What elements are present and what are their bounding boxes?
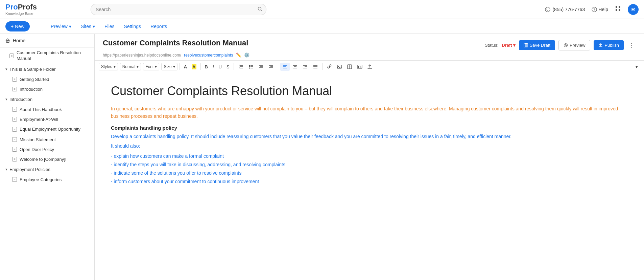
toolbar-image-btn[interactable] [335,63,344,71]
publish-button[interactable]: Publish [594,40,624,50]
sidebar-folder-introduction[interactable]: ▾ Introduction [0,94,94,105]
toolbar-ordered-list-btn[interactable]: 1.2.3. [236,63,245,71]
settings-url-icon[interactable]: ⚙️ [244,52,249,58]
sidebar-item-employment-at-will[interactable]: ≡ Employment-At-Will [0,114,94,124]
toolbar-styles[interactable]: Styles ▾ [99,63,118,70]
doc-icon-welcome: ≡ [12,157,17,161]
toolbar-increase-indent-btn[interactable] [266,63,276,71]
new-button[interactable]: + New [5,21,30,31]
toolbar-bold-btn[interactable]: B [203,63,210,71]
grid-icon[interactable] [615,5,621,13]
toolbar-decrease-indent-btn[interactable] [256,63,266,71]
toolbar-justify-btn[interactable] [311,63,320,71]
bold-icon: B [205,64,208,69]
sidebar-item-welcome[interactable]: ≡ Welcome to [Company]! [0,154,94,164]
toolbar-code-btn[interactable] [355,63,364,71]
help-link[interactable]: ? Help [592,7,608,12]
sidebar-item-employee-categories[interactable]: ≡ Employee Categories [0,175,94,185]
svg-rect-47 [337,65,341,68]
editor-list-item-3: - inform customers about your commitment… [111,177,628,186]
sidebar-folder-employment-policies[interactable]: ▾ Employment Policies [0,164,94,175]
toolbar-font[interactable]: Font ▾ [143,63,159,70]
preview-button[interactable]: Preview [558,40,590,50]
top-nav: ProProfs Knowledge Base (855) 776-7763 ?… [0,0,644,19]
search-input[interactable] [91,4,266,15]
toolbar-highlight-btn[interactable]: A [190,63,198,71]
reports-nav-link[interactable]: Reports [146,22,171,31]
italic-icon: I [213,64,214,69]
save-draft-icon [524,43,528,47]
sidebar-item-open-door[interactable]: ≡ Open Door Policy [0,145,94,154]
doc-icon-employee-cat: ≡ [12,177,17,182]
status-value: Draft [502,43,512,48]
svg-rect-8 [619,9,620,11]
top-right-nav: (855) 776-7763 ? Help R [545,4,639,15]
sidebar-item-about[interactable]: ≡ About This Handbook [0,105,94,114]
save-draft-button[interactable]: Save Draft [519,40,555,50]
sidebar-eeo-label: Equal Employment Opportunity [20,127,80,132]
sidebar-item-equal-employment[interactable]: ≡ Equal Employment Opportunity [0,124,94,135]
toolbar-font-color-btn[interactable]: A [182,63,189,71]
toolbar-link-btn[interactable] [325,63,334,71]
underline-icon: U [219,64,222,69]
status-badge[interactable]: Draft ▾ [502,43,515,48]
url-slug[interactable]: resolvecustomercomplaints [184,53,233,58]
sidebar-folder-sample[interactable]: ▾ This is a Sample Folder [0,64,94,74]
font-chevron-icon: ▾ [155,64,157,69]
save-draft-label: Save Draft [530,43,550,48]
size-chevron-icon: ▾ [173,64,175,69]
toolbar-upload-btn[interactable] [365,63,375,71]
sidebar-resize-handle[interactable] [93,34,95,280]
preview-icon [564,43,568,47]
toolbar-size[interactable]: Size ▾ [161,63,177,70]
sidebar-item-introduction-1[interactable]: ≡ Introduction [0,84,94,94]
toolbar-normal[interactable]: Normal ▾ [120,63,141,70]
editor-body[interactable]: Customer Complaints Resolution Manual In… [95,73,644,280]
editor-list-item-0: - explain how customers can make a forma… [111,152,628,160]
svg-rect-10 [7,41,8,43]
preview-nav-link[interactable]: Preview ▾ [47,22,75,31]
code-icon [357,64,362,69]
styles-chevron-icon: ▾ [114,64,116,69]
justify-icon [313,64,318,69]
toolbar-align-right-btn[interactable] [301,63,310,71]
svg-rect-5 [616,6,617,8]
toolbar-align-center-btn[interactable] [290,63,300,71]
emp-policies-chevron-icon: ▾ [5,167,7,172]
ordered-list-icon: 1.2.3. [238,64,243,69]
sidebar-item-mission[interactable]: ≡ Mission Statement [0,135,94,145]
avatar[interactable]: R [628,4,639,15]
normal-label: Normal [122,64,136,69]
sidebar-manual-label: Customer Complaints Resolution Manual [17,50,89,62]
align-right-icon [303,64,308,69]
doc-icon-getting-started: ≡ [12,77,17,82]
editor-list-item-2: - indicate some of the solutions you off… [111,169,628,177]
toolbar-expand-btn[interactable]: ▾ [634,63,640,71]
size-label: Size [164,64,171,69]
toolbar-table-btn[interactable] [345,63,354,71]
doc-heading: Customer Complaints Resolution Manual [111,84,628,98]
svg-rect-7 [616,9,617,11]
logo: ProProfs Knowledge Base [5,3,37,15]
sidebar-about-label: About This Handbook [20,107,62,112]
sidebar-item-getting-started[interactable]: ≡ Getting Started [0,74,94,84]
publish-icon [598,43,603,47]
search-box[interactable] [91,4,266,15]
help-icon: ? [592,7,597,12]
more-options-button[interactable]: ⋮ [627,42,636,49]
toolbar-unordered-list-btn[interactable] [246,63,256,71]
doc-icon-manual: ≡ [9,53,14,58]
sidebar-item-home[interactable]: Home [0,34,94,48]
settings-nav-link[interactable]: Settings [120,22,145,31]
toolbar-italic-btn[interactable]: I [211,63,216,71]
editor-section2-intro: It should also: [111,142,628,150]
toolbar-sep-2 [200,63,201,70]
sites-nav-link[interactable]: Sites ▾ [77,22,99,31]
toolbar-align-left-btn[interactable] [280,63,290,71]
toolbar-underline-btn[interactable]: U [217,63,224,71]
edit-url-icon[interactable]: ✏️ [236,52,241,58]
sidebar-item-manual[interactable]: ≡ Customer Complaints Resolution Manual [0,48,94,64]
sidebar-folder-sample-label: This is a Sample Folder [9,67,56,72]
files-nav-link[interactable]: Files [100,22,119,31]
toolbar-strikethrough-btn[interactable]: S [224,63,232,71]
